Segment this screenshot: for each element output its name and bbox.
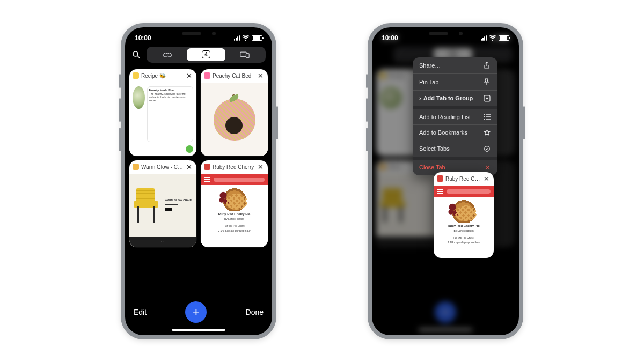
tab-card[interactable]: Ruby Red Cherry ✕ Ruby Red Cherry Pie By… (201, 160, 268, 247)
tab-thumbnail: Hearty Herb Pho The healthy, satisfying … (129, 83, 196, 156)
svg-point-6 (484, 116, 485, 117)
tab-title: Warm Glow - Cha (141, 164, 183, 170)
star-icon (484, 129, 491, 136)
svg-point-7 (484, 119, 485, 120)
tab-card[interactable]: Warm Glow - Cha ✕ WARM GLOW CHAIR · · · … (129, 160, 196, 247)
tab-scope-segmented[interactable]: 4 (147, 47, 266, 63)
menu-select-tabs[interactable]: Select Tabs (413, 141, 497, 157)
home-indicator[interactable] (125, 327, 272, 335)
close-tab-button[interactable]: ✕ (482, 175, 491, 183)
status-time: 10:00 (135, 34, 151, 42)
favicon (133, 164, 139, 170)
chevron-right-icon: › (419, 95, 421, 101)
tab-card[interactable]: Peachy Cat Bed ✕ (201, 69, 268, 156)
search-icon[interactable] (131, 50, 141, 60)
favicon (204, 72, 210, 79)
tab-thumbnail (201, 83, 268, 156)
svg-rect-3 (246, 53, 249, 57)
menu-add-to-group[interactable]: ›Add Tab to Group (413, 91, 497, 106)
svg-line-1 (137, 56, 140, 58)
svg-rect-2 (240, 52, 246, 56)
wifi-icon (242, 35, 250, 41)
tab-card[interactable]: Recipe 🐝 ✕ Hearty Herb Pho The healthy, … (129, 69, 196, 156)
notch (166, 27, 231, 40)
tab-grid: Recipe 🐝 ✕ Hearty Herb Pho The healthy, … (125, 67, 272, 298)
devices-icon (240, 51, 250, 58)
favicon (133, 72, 139, 79)
reading-list-icon (484, 114, 491, 120)
menu-add-bookmarks[interactable]: Add to Bookmarks (413, 125, 497, 141)
menu-share[interactable]: Share… (413, 57, 497, 73)
favicon (437, 175, 443, 182)
tab-thumbnail: Ruby Red Cherry Pie By Lorelei Ipsum For… (201, 174, 268, 247)
phone-right: 10:00 4 Recipe✕ Warm✕ + 10:00 Share… (368, 23, 523, 339)
new-tab-button[interactable]: + (185, 301, 207, 323)
share-icon (484, 62, 491, 69)
svg-point-8 (485, 146, 490, 151)
tab-thumbnail: WARM GLOW CHAIR · · · · (129, 174, 196, 247)
status-time: 10:00 (382, 34, 398, 42)
cellular-icon (481, 35, 487, 41)
browser-top-bar: 4 (125, 46, 272, 67)
battery-icon (499, 35, 509, 41)
done-button[interactable]: Done (246, 308, 264, 316)
close-tab-button[interactable]: ✕ (257, 72, 265, 80)
context-tab-preview[interactable]: Ruby Red Cherry ✕ Ruby Red Cherry Pie By… (434, 172, 494, 258)
svg-point-5 (484, 114, 485, 115)
incognito-icon (163, 51, 172, 58)
tab-count: 4 (202, 50, 210, 58)
tab-title: Ruby Red Cherry (213, 164, 254, 170)
close-tab-button[interactable]: ✕ (185, 72, 193, 80)
close-icon: ✕ (484, 164, 491, 171)
battery-icon (252, 35, 262, 41)
select-icon (484, 145, 491, 152)
tab-thumbnail: Ruby Red Cherry Pie By Lorelei Ipsum For… (434, 186, 494, 246)
tab-title: Ruby Red Cherry (445, 176, 480, 182)
tab-title: Peachy Cat Bed (213, 73, 254, 79)
menu-add-reading-list[interactable]: Add to Reading List (413, 109, 497, 124)
private-tabs-segment[interactable] (148, 48, 187, 61)
open-tabs-segment[interactable]: 4 (187, 48, 225, 61)
edit-button[interactable]: Edit (134, 308, 147, 316)
status-bar: 10:00 (372, 27, 519, 46)
new-group-icon (484, 95, 491, 102)
pin-icon (484, 78, 491, 86)
tab-title: Recipe 🐝 (141, 73, 183, 79)
wifi-icon (489, 35, 496, 41)
tab-groups-segment[interactable] (225, 48, 264, 61)
close-tab-button[interactable]: ✕ (257, 163, 265, 171)
bottom-toolbar: Edit + Done (125, 298, 272, 327)
favicon (204, 164, 210, 170)
menu-pin-tab[interactable]: Pin Tab (413, 74, 497, 90)
tab-context-menu: Share… Pin Tab ›Add Tab to Group (413, 57, 497, 175)
cellular-icon (234, 35, 240, 41)
svg-point-0 (133, 51, 138, 56)
phone-left: 10:00 4 (121, 23, 276, 339)
close-tab-button[interactable]: ✕ (185, 163, 193, 171)
